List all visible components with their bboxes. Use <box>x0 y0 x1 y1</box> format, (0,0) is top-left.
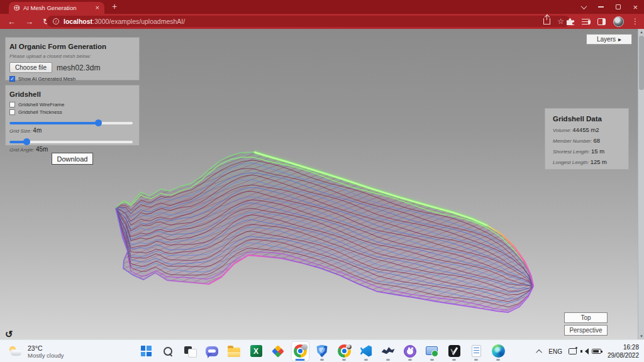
grid-angle-slider[interactable] <box>9 138 133 145</box>
wireframe-label: Gridshell WireFrame <box>18 102 64 107</box>
taskbar-app-github[interactable] <box>402 342 419 361</box>
data-panel-title: Gridshell Data <box>553 115 621 123</box>
taskview-icon <box>184 346 196 356</box>
taskbar-app-notes[interactable] <box>468 342 485 361</box>
upload-panel-title: AI Organic Form Generation <box>9 43 135 50</box>
wireframe-checkbox[interactable] <box>9 102 15 107</box>
chrome-icon <box>294 344 307 358</box>
defender-icon <box>316 345 328 358</box>
taskbar: 23°C Mostly cloudy X ENG 16:28 29/08/202… <box>0 339 644 362</box>
taskbar-app-rhino[interactable] <box>380 342 397 361</box>
bookmark-star-icon[interactable]: ☆ <box>557 18 564 25</box>
choose-file-button[interactable]: Choose file <box>9 62 52 73</box>
grid-angle-slider-thumb[interactable] <box>23 138 30 145</box>
weather-icon <box>8 346 23 357</box>
running-indicator <box>474 359 478 361</box>
layers-arrow-icon: ▸ <box>618 36 621 43</box>
weather-widget[interactable]: 23°C Mostly cloudy <box>4 340 68 362</box>
browser-menu-icon[interactable]: ⋮ <box>631 17 639 26</box>
data-row-shortest-length: Shortest Length: 15 m <box>553 148 621 155</box>
taskbar-apps: X <box>138 340 507 362</box>
running-indicator <box>430 359 434 361</box>
running-indicator <box>452 359 456 361</box>
window-close-button[interactable]: × <box>633 3 638 11</box>
browser-tab[interactable]: AI Mesh Generation × <box>9 2 104 14</box>
taskbar-app-explorer[interactable] <box>226 342 243 361</box>
taskbar-app-start[interactable] <box>138 342 155 361</box>
data-row-volume: Volume: 44455 m2 <box>553 126 621 133</box>
show-mesh-checkbox[interactable]: ✓ <box>9 76 15 82</box>
media-controls-icon[interactable] <box>582 18 590 25</box>
tray-status-icons[interactable] <box>569 348 601 354</box>
rhino-icon <box>382 346 395 356</box>
tray-overflow-chevron-icon[interactable] <box>536 349 542 355</box>
taskbar-app-chrome-avatar[interactable] <box>336 342 353 361</box>
sidebar-icon[interactable] <box>597 18 606 25</box>
taskbar-app-defender[interactable] <box>314 342 331 361</box>
taskbar-app-darkapp[interactable] <box>446 342 463 361</box>
download-button[interactable]: Download <box>52 153 93 165</box>
scroll-up-icon[interactable]: ▲ <box>638 30 644 34</box>
window-minimize-button[interactable] <box>598 6 604 7</box>
window-maximize-button[interactable] <box>616 4 621 9</box>
weather-temp: 23°C <box>28 344 64 352</box>
taskbar-app-search[interactable] <box>160 342 177 361</box>
browser-titlebar: AI Mesh Generation × + × <box>0 0 644 14</box>
language-indicator[interactable]: ENG <box>548 348 562 355</box>
edge-icon <box>492 344 505 358</box>
chrome-icon <box>338 344 351 358</box>
show-mesh-label: Show AI Generated Mesh <box>18 76 75 82</box>
forward-button[interactable]: → <box>25 17 33 26</box>
taskbar-app-edge[interactable] <box>490 342 507 361</box>
explorer-icon <box>228 348 240 357</box>
grid-size-slider[interactable] <box>9 119 133 126</box>
page-viewport: AI Organic Form Generation Please upload… <box>0 29 644 339</box>
running-indicator <box>408 359 412 361</box>
taskbar-app-office[interactable] <box>270 342 287 361</box>
scroll-down-icon[interactable]: ▼ <box>638 334 644 338</box>
running-indicator <box>342 359 346 361</box>
darkapp-icon <box>448 345 460 357</box>
profile-avatar[interactable] <box>613 16 624 27</box>
address-bar[interactable]: i localhost:3000/examples/uploadmeshAI/ … <box>47 16 570 27</box>
search-icon <box>162 346 174 357</box>
taskbar-app-chrome-wrench[interactable] <box>292 342 309 361</box>
github-icon <box>404 345 416 358</box>
back-button[interactable]: ← <box>8 17 16 26</box>
vscode-icon <box>360 345 372 357</box>
taskbar-app-vscode[interactable] <box>358 342 375 361</box>
scrollbar-thumb[interactable] <box>639 36 644 90</box>
clock-date: 29/08/2022 <box>608 351 639 359</box>
share-icon[interactable] <box>543 18 550 25</box>
taskbar-app-excel[interactable]: X <box>248 342 265 361</box>
thickness-checkbox[interactable] <box>9 109 15 115</box>
excel-icon: X <box>250 345 262 357</box>
remotepc-icon <box>426 346 438 357</box>
window-menu-chevron-icon[interactable] <box>581 3 587 9</box>
grid-size-slider-thumb[interactable] <box>95 119 102 126</box>
site-info-icon[interactable]: i <box>53 18 59 25</box>
speaker-icon <box>580 348 588 354</box>
taskbar-app-remotepc[interactable] <box>424 342 441 361</box>
page-scrollbar[interactable]: ▲ ▼ <box>638 29 644 339</box>
taskbar-app-taskview[interactable] <box>182 342 199 361</box>
grid-angle-readout: Grid Angle: 45m <box>9 146 135 153</box>
wrench-badge-icon <box>301 343 309 351</box>
tab-close-icon[interactable]: × <box>96 4 99 11</box>
extensions-icon[interactable] <box>567 18 574 25</box>
upload-hint: Please upload a closed mesh below: <box>9 53 135 59</box>
new-tab-button[interactable]: + <box>112 1 117 11</box>
notes-icon <box>472 345 481 357</box>
taskbar-app-chat[interactable] <box>204 342 221 361</box>
clock[interactable]: 16:28 29/08/2022 <box>608 343 639 359</box>
running-indicator <box>364 359 368 361</box>
grid-size-readout: Grid Size: 4m <box>9 127 135 134</box>
gridshell-panel: Gridshell Gridshell WireFrame Gridshell … <box>5 85 140 146</box>
perspective-view-button[interactable]: Perspective <box>564 325 608 336</box>
gridshell-panel-title: Gridshell <box>9 90 135 98</box>
undo-icon[interactable]: ↺ <box>5 329 13 340</box>
network-icon <box>569 348 577 354</box>
running-indicator <box>496 359 500 361</box>
layers-button[interactable]: Layers▸ <box>586 34 632 45</box>
top-view-button[interactable]: Top <box>564 312 608 323</box>
